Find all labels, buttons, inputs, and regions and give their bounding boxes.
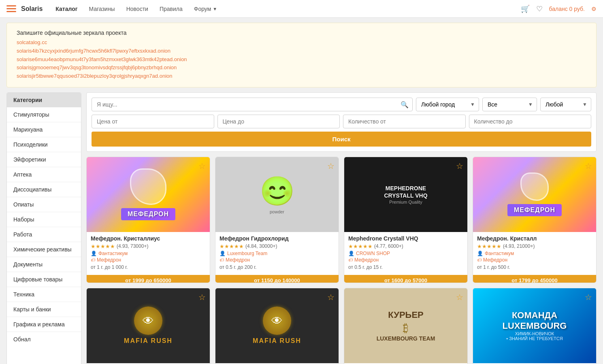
favorite-icon-1[interactable]: ☆ (198, 161, 206, 171)
sidebar-item-tekhnika[interactable]: Техника (7, 287, 81, 302)
mirror-link-3[interactable]: solarisjgmooemeq7jwv3qsg3tonomivsdqfzrss… (17, 64, 586, 72)
tag-name-2[interactable]: Мефедрон (226, 257, 250, 263)
sidebar-item-tsifrovye[interactable]: Цифровые товары (7, 272, 81, 287)
sidebar-item-opiaty[interactable]: Опиаты (7, 197, 81, 212)
mirror-link-4[interactable]: solarisjir5tbwwe7qqusoed73i2blepuzloy3qr… (17, 72, 586, 81)
sidebar-item-dissotsiativy[interactable]: Диссоциативы (7, 182, 81, 197)
seller-name-1[interactable]: Фантастикум (98, 251, 128, 256)
product-card-4[interactable]: МЕФЕДРОН ☆ Мефедрон. Кристалл ★★★★★ (4.9… (473, 157, 597, 283)
search-icon[interactable]: 🔍 (401, 100, 409, 108)
sort-select-wrap: Любой По цене По рейтингу ▼ (540, 98, 591, 111)
sidebar-item-rabota[interactable]: Работа (7, 227, 81, 242)
search-row2 (92, 115, 591, 128)
sidebar-item-apteka[interactable]: Аптека (7, 167, 81, 182)
product-price-3: от 1600 до 57000 (344, 275, 468, 283)
sidebar-item-khimicheskie[interactable]: Химические реактивы (7, 242, 81, 257)
sidebar-item-obnal[interactable]: Обнал (7, 332, 81, 347)
settings-icon[interactable]: ⚙ (591, 6, 597, 12)
search-input[interactable] (92, 98, 413, 111)
seller-icon-4: 👤 (477, 251, 483, 256)
sidebar: Категории Стимуляторы Марихуана Психодел… (6, 92, 81, 364)
tag-name-3[interactable]: Мефедрон (354, 257, 379, 263)
brand-link[interactable]: Solaris (6, 3, 43, 15)
sidebar-header: Категории (7, 93, 81, 107)
seller-name-4[interactable]: Фантастикум (485, 251, 514, 256)
sidebar-item-stimulyatory[interactable]: Стимуляторы (7, 107, 81, 122)
nav-rules[interactable]: Правила (155, 1, 188, 17)
favorite-icon-8[interactable]: ☆ (585, 292, 592, 302)
balance-link[interactable]: баланс 0 руб. (549, 6, 585, 12)
allseeing-eye-5: 👁 (134, 307, 162, 335)
favorite-icon-7[interactable]: ☆ (456, 292, 463, 302)
heart-icon[interactable]: ♡ (536, 4, 543, 13)
tag-name-1[interactable]: Мефедрон (97, 257, 121, 263)
mafia-text-6: MAFIA RUSH (253, 337, 301, 345)
kurier-team: LUXEMBOURG TEAM (377, 335, 435, 343)
mirror-link-0[interactable]: solcatalog.cc (17, 38, 586, 47)
city-select[interactable]: Любой город Москва Санкт-Петербург (416, 98, 479, 111)
product-rating-3: ★★★★★ (4.77, 6000+) (348, 243, 463, 249)
product-card-8[interactable]: КОМАНДАLUXEMBOURG ХИМИК-НОВИЧОК• ЗНАНИЙ … (473, 288, 597, 364)
product-tag-1: 🏷 Мефедрон (91, 257, 206, 263)
tag-icon-1: 🏷 (91, 258, 95, 262)
product-seller-3: 👤 CROWN SHOP (348, 251, 463, 256)
product-tag-4: 🏷 Мефедрон (477, 257, 592, 263)
product-card-6[interactable]: 👁 MAFIA RUSH ☆ (215, 288, 339, 364)
tag-icon-2: 🏷 (219, 258, 224, 262)
favorite-icon-6[interactable]: ☆ (327, 292, 335, 302)
favorite-icon-4[interactable]: ☆ (585, 161, 592, 171)
product-card-5[interactable]: 👁 MAFIA RUSH ☆ (86, 288, 210, 364)
kurier-btc: ₿ (403, 321, 409, 335)
nav-shops[interactable]: Магазины (84, 1, 120, 17)
sidebar-item-marikhuana[interactable]: Марихуана (7, 122, 81, 137)
mirror-link-2[interactable]: solarise6muu4eaobpmunu4t7y3fam5hzmxxet3g… (17, 55, 586, 64)
sidebar-item-karty[interactable]: Карты и банки (7, 302, 81, 317)
product-rating-4: ★★★★★ (4.93, 21000+) (477, 243, 592, 249)
price-from-input[interactable] (92, 115, 214, 128)
stars-3: ★★★★★ (348, 243, 373, 249)
cart-icon[interactable]: 🛒 (521, 4, 530, 13)
nav-news[interactable]: Новости (121, 1, 153, 17)
nav-forum[interactable]: Форум ▼ (189, 1, 222, 17)
price-to-input[interactable] (217, 115, 340, 128)
nav-catalog[interactable]: Каталог (51, 1, 82, 17)
rating-text-3: (4.77, 6000+) (374, 243, 403, 249)
sidebar-item-dokumenty[interactable]: Документы (7, 257, 81, 272)
favorite-icon-3[interactable]: ☆ (456, 161, 463, 171)
qty-to-input[interactable] (469, 115, 592, 128)
product-card-3[interactable]: MEPHEDRONECRYSTALL VHQ Premium Quality ☆… (344, 157, 468, 283)
product-image-2: 😊 powder (215, 157, 339, 232)
brand-name: Solaris (21, 5, 43, 13)
product-title-3: Mephedrone Crystall VHQ (348, 235, 463, 242)
sidebar-item-grafika[interactable]: Графика и реклама (7, 317, 81, 332)
tag-name-4[interactable]: Мефедрон (483, 257, 507, 263)
burger-line-1 (6, 5, 16, 6)
komanda-sub: ХИМИК-НОВИЧОК• ЗНАНИЙ НЕ ТРЕБУЕТСЯ (506, 331, 563, 341)
rating-text-2: (4.84, 30000+) (245, 243, 277, 249)
product-range-3: от 0.5 г. до 15 г. (348, 264, 463, 270)
product-card-7[interactable]: КУРЬЕР ₿ LUXEMBOURG TEAM ☆ (344, 288, 468, 364)
sidebar-item-eyforetiki[interactable]: Эйфоретики (7, 152, 81, 167)
mirror-link-1[interactable]: solaris4ib7kzcyxjxind6rjumfg7hcwx5h6kfl7… (17, 47, 586, 55)
burger-icon (6, 3, 18, 15)
category-select[interactable]: Все Стимуляторы Марихуана (482, 98, 537, 111)
sidebar-item-nabory[interactable]: Наборы (7, 212, 81, 227)
product-price-4: от 1799 до 450000 (473, 275, 597, 283)
product-card-2[interactable]: 😊 powder ☆ Мефедрон Гидрохлорид ★★★★★ (4… (215, 157, 339, 283)
komanda-text: КОМАНДАLUXEMBOURG (503, 310, 567, 331)
search-button[interactable]: Поиск (92, 132, 591, 147)
seller-name-3[interactable]: CROWN SHOP (356, 251, 390, 256)
product-seller-1: 👤 Фантастикум (91, 251, 206, 256)
sort-select[interactable]: Любой По цене По рейтингу (540, 98, 591, 111)
content: 🔍 Любой город Москва Санкт-Петербург ▼ В… (86, 92, 597, 364)
product-card-1[interactable]: МЕФЕДРОН ☆ Мефедрон. Кристаллиус ★★★★★ (… (86, 157, 210, 283)
favorite-icon-5[interactable]: ☆ (198, 292, 206, 302)
seller-icon-3: 👤 (348, 251, 354, 256)
seller-name-2[interactable]: Luxembourg Team (227, 251, 267, 256)
product-image-7: КУРЬЕР ₿ LUXEMBOURG TEAM (344, 288, 467, 363)
sidebar-item-psikhodeliki[interactable]: Психоделики (7, 137, 81, 152)
favorite-icon-2[interactable]: ☆ (327, 161, 335, 171)
qty-from-input[interactable] (343, 115, 466, 128)
search-row1: 🔍 Любой город Москва Санкт-Петербург ▼ В… (92, 98, 591, 111)
product-seller-4: 👤 Фантастикум (477, 251, 592, 256)
